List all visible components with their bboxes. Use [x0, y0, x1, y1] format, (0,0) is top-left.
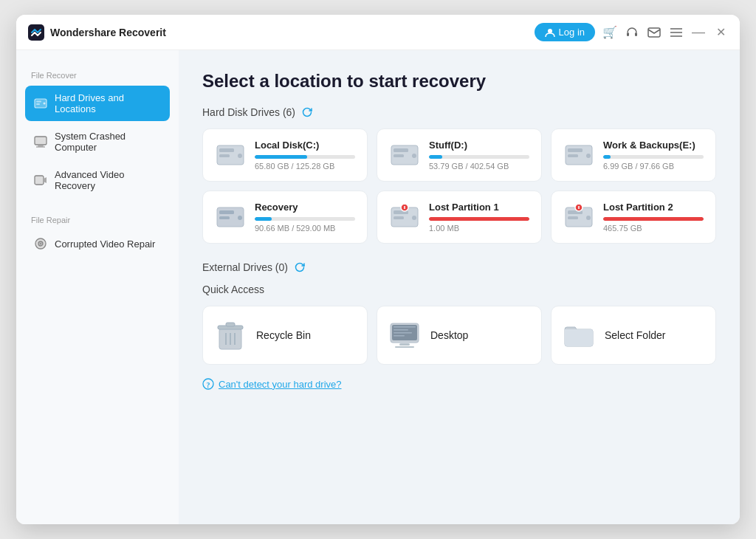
svg-rect-25 — [394, 154, 404, 157]
drive-card-lost-1[interactable]: Lost Partition 1 1.00 MB — [377, 190, 542, 244]
recycle-bin-icon — [215, 320, 246, 351]
svg-rect-20 — [219, 148, 234, 152]
mail-icon[interactable] — [647, 25, 662, 40]
close-icon[interactable]: ✕ — [713, 25, 728, 40]
sidebar-item-system-crashed[interactable]: System Crashed Computer — [25, 124, 170, 159]
corrupted-video-icon — [34, 237, 47, 250]
sidebar-item-label: Advanced Video Recovery — [55, 169, 161, 191]
external-drives-label: External Drives (0) — [202, 261, 288, 273]
hard-disk-refresh-icon[interactable] — [301, 106, 313, 118]
drive-bar-fill — [255, 217, 272, 221]
quick-access-label: Quick Access — [202, 284, 264, 295]
svg-point-30 — [586, 154, 591, 158]
drive-bar-bg — [603, 155, 704, 159]
drive-bar-bg — [429, 155, 529, 159]
file-recover-label: File Recover — [25, 65, 170, 83]
help-icon: ? — [202, 378, 214, 390]
title-bar-left: Wondershare Recoverit — [28, 24, 166, 41]
quick-card-select-folder[interactable]: Select Folder — [551, 306, 716, 365]
svg-rect-9 — [36, 101, 41, 103]
external-drives-section-header: External Drives (0) — [202, 261, 716, 273]
sidebar-item-advanced-video[interactable]: Advanced Video Recovery — [25, 162, 170, 198]
quick-item-label: Select Folder — [605, 329, 665, 341]
app-logo-icon — [28, 24, 44, 41]
drive-name: Stuff(D:) — [429, 140, 529, 151]
svg-rect-24 — [394, 148, 408, 152]
detect-hard-drive-link[interactable]: Can't detect your hard drive? — [219, 379, 342, 390]
headset-icon[interactable] — [625, 25, 639, 40]
quick-card-recycle-bin[interactable]: Recycle Bin — [202, 306, 368, 365]
drive-card-stuff-d[interactable]: Stuff(D:) 53.79 GB / 402.54 GB — [377, 128, 542, 182]
app-title: Wondershare Recoverit — [50, 27, 166, 38]
quick-card-desktop[interactable]: Desktop — [377, 306, 542, 365]
sidebar: File Recover Hard Drives and Locations — [16, 50, 179, 524]
external-drives-refresh-icon[interactable] — [294, 261, 306, 273]
menu-icon[interactable] — [669, 25, 684, 40]
svg-rect-37 — [394, 216, 404, 219]
folder-icon — [563, 320, 594, 351]
svg-rect-21 — [219, 154, 230, 157]
drive-card-recovery[interactable]: Recovery 90.66 MB / 529.00 MB — [202, 190, 368, 244]
drive-bar-bg — [255, 217, 355, 221]
title-bar: Wondershare Recoverit Log in 🛒 — [16, 15, 740, 50]
drive-name: Lost Partition 2 — [603, 202, 704, 213]
svg-point-38 — [412, 216, 416, 220]
system-crashed-icon — [34, 135, 47, 148]
minimize-icon[interactable]: — — [691, 25, 706, 40]
svg-rect-43 — [568, 216, 578, 219]
drive-info-work-e: Work & Backups(E:) 6.99 GB / 97.66 GB — [603, 140, 704, 171]
hard-disk-section-header: Hard Disk Drives (6) — [202, 106, 716, 118]
sidebar-item-label: System Crashed Computer — [55, 131, 161, 153]
svg-rect-49 — [226, 323, 235, 326]
footer-link-area: ? Can't detect your hard drive? — [202, 378, 716, 390]
svg-rect-57 — [394, 332, 412, 334]
svg-rect-0 — [28, 24, 44, 41]
svg-rect-56 — [394, 329, 408, 331]
quick-item-label: Desktop — [430, 329, 468, 341]
login-button[interactable]: Log in — [535, 23, 595, 41]
advanced-video-icon — [34, 174, 47, 187]
main-layout: File Recover Hard Drives and Locations — [16, 50, 740, 524]
drive-size: 1.00 MB — [429, 224, 529, 233]
drive-size: 465.75 GB — [603, 224, 704, 233]
drive-card-work-e[interactable]: Work & Backups(E:) 6.99 GB / 97.66 GB — [551, 128, 716, 182]
drive-card-local-c[interactable]: Local Disk(C:) 65.80 GB / 125.28 GB — [202, 128, 368, 182]
svg-rect-2 — [627, 32, 629, 36]
svg-rect-29 — [568, 154, 578, 157]
svg-rect-12 — [35, 137, 47, 145]
drive-icon-lost-1 — [389, 202, 420, 233]
svg-point-26 — [412, 154, 416, 158]
drive-info-lost-1: Lost Partition 1 1.00 MB — [429, 202, 529, 233]
svg-text:?: ? — [207, 381, 210, 389]
title-bar-right: Log in 🛒 — [535, 23, 728, 41]
drive-bar-bg — [429, 217, 529, 221]
drive-info-recovery: Recovery 90.66 MB / 529.00 MB — [255, 202, 355, 233]
svg-rect-59 — [399, 343, 410, 346]
drive-size: 65.80 GB / 125.28 GB — [255, 162, 355, 171]
content-area: Select a location to start recovery Hard… — [179, 50, 740, 524]
drive-card-lost-2[interactable]: Lost Partition 2 465.75 GB — [551, 190, 716, 244]
drive-name: Work & Backups(E:) — [603, 140, 704, 151]
drive-size: 53.79 GB / 402.54 GB — [429, 162, 529, 171]
user-icon — [545, 27, 555, 38]
drive-name: Local Disk(C:) — [255, 140, 355, 151]
sidebar-item-label: Hard Drives and Locations — [55, 92, 161, 114]
quick-access-section-header: Quick Access — [202, 284, 716, 295]
sidebar-item-hard-drives[interactable]: Hard Drives and Locations — [25, 86, 170, 121]
svg-rect-10 — [36, 103, 40, 105]
cart-icon[interactable]: 🛒 — [602, 25, 617, 40]
sidebar-item-label: Corrupted Video Repair — [55, 238, 155, 250]
svg-rect-33 — [219, 216, 230, 219]
drive-name: Recovery — [255, 202, 355, 213]
drive-bar-bg — [603, 217, 704, 221]
drive-info-stuff-d: Stuff(D:) 53.79 GB / 402.54 GB — [429, 140, 529, 171]
drive-bar-bg — [255, 155, 355, 159]
svg-rect-15 — [35, 176, 44, 185]
drive-bar-fill — [603, 155, 611, 159]
svg-point-34 — [238, 216, 242, 220]
sidebar-item-corrupted-video[interactable]: Corrupted Video Repair — [25, 230, 170, 257]
svg-rect-60 — [395, 346, 414, 348]
svg-rect-32 — [219, 210, 234, 214]
drive-bar-fill — [429, 217, 529, 221]
svg-point-44 — [586, 216, 591, 220]
